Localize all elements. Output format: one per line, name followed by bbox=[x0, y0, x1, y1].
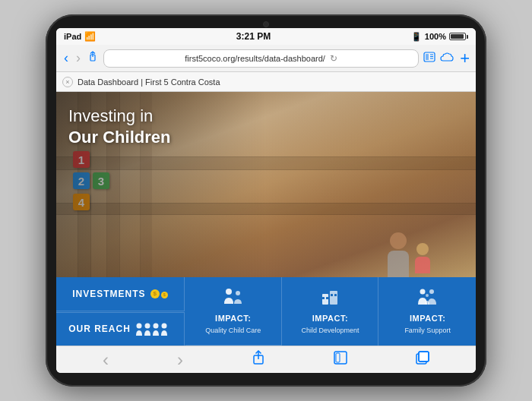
impact-quality-sub: Quality Child Care bbox=[205, 327, 261, 335]
status-left: iPad 📶 bbox=[64, 31, 96, 42]
impact-dev-sub: Child Development bbox=[301, 327, 359, 335]
status-right: 📱 100% bbox=[411, 32, 468, 42]
svg-point-18 bbox=[144, 324, 150, 329]
impact-quality-tile[interactable]: IMPACT: Quality Child Care bbox=[185, 277, 282, 346]
our-reach-tile[interactable]: OUR REACH bbox=[56, 312, 185, 346]
svg-rect-9 bbox=[330, 291, 337, 305]
add-tab-button[interactable]: + bbox=[460, 50, 470, 67]
svg-rect-13 bbox=[334, 294, 337, 296]
wifi-icon: 📶 bbox=[84, 31, 96, 42]
hero-title-line2: Our Children bbox=[68, 127, 170, 148]
svg-point-15 bbox=[429, 289, 434, 294]
svg-rect-26 bbox=[419, 352, 429, 362]
svg-rect-10 bbox=[322, 297, 325, 299]
tab-close-button[interactable]: × bbox=[62, 77, 73, 87]
cloud-icon[interactable] bbox=[440, 52, 455, 65]
svg-point-19 bbox=[153, 324, 158, 329]
svg-point-14 bbox=[420, 289, 425, 295]
svg-point-17 bbox=[136, 324, 141, 329]
svg-rect-2 bbox=[426, 54, 429, 60]
safari-share-button[interactable] bbox=[252, 350, 265, 369]
impact-family-label: IMPACT: bbox=[410, 314, 445, 324]
dollar-icons: $ $ bbox=[150, 289, 168, 298]
bottom-nav: INVESTMENTS $ $ bbox=[56, 277, 476, 346]
investments-tile[interactable]: INVESTMENTS $ $ bbox=[56, 277, 185, 311]
svg-point-6 bbox=[226, 289, 232, 295]
bluetooth-icon: 📱 bbox=[411, 32, 422, 42]
impact-family-icon bbox=[416, 288, 439, 311]
people-icons bbox=[135, 322, 172, 336]
impact-family-tile[interactable]: IMPACT: Family Support bbox=[379, 277, 476, 346]
svg-rect-24 bbox=[336, 353, 340, 362]
hero-image: 1 2 3 4 Investing in Our Children bbox=[56, 92, 476, 277]
svg-point-7 bbox=[236, 291, 240, 295]
safari-bookmarks-button[interactable] bbox=[334, 351, 347, 368]
forward-button[interactable]: › bbox=[74, 50, 82, 66]
coin-icon-2: $ bbox=[161, 292, 168, 298]
safari-tabs-button[interactable] bbox=[416, 351, 429, 368]
impact-quality-label: IMPACT: bbox=[215, 314, 251, 324]
status-bar: iPad 📶 3:21 PM 📱 100% bbox=[56, 28, 476, 45]
back-button[interactable]: ‹ bbox=[62, 50, 70, 66]
screen: iPad 📶 3:21 PM 📱 100% ‹ › bbox=[56, 28, 476, 373]
impact-dev-tile[interactable]: IMPACT: Child Development bbox=[283, 277, 379, 346]
reload-icon[interactable]: ↻ bbox=[330, 53, 337, 64]
coin-icon-1: $ bbox=[150, 289, 160, 298]
ipad-frame: iPad 📶 3:21 PM 📱 100% ‹ › bbox=[46, 14, 486, 387]
impact-dev-label: IMPACT: bbox=[312, 314, 348, 324]
svg-point-20 bbox=[161, 324, 166, 329]
browser-toolbar: ‹ › first5coco.org/results/data-dashboar… bbox=[56, 45, 476, 72]
share-button[interactable] bbox=[87, 51, 99, 65]
safari-forward-button[interactable]: › bbox=[177, 349, 183, 371]
battery-percent-label: 100% bbox=[425, 32, 446, 41]
ipad-label: iPad bbox=[64, 32, 81, 41]
impact-quality-icon bbox=[223, 287, 244, 309]
investments-label: INVESTMENTS bbox=[72, 289, 145, 299]
svg-point-16 bbox=[426, 294, 429, 297]
tab-title: Data Dashboard | First 5 Contra Costa bbox=[78, 77, 220, 87]
tab-bar: × Data Dashboard | First 5 Contra Costa bbox=[56, 72, 476, 92]
safari-bottom-toolbar: ‹ › bbox=[56, 346, 476, 373]
hero-title-line1: Investing in bbox=[68, 106, 153, 125]
battery-indicator bbox=[449, 33, 468, 40]
svg-rect-12 bbox=[331, 294, 333, 296]
status-time: 3:21 PM bbox=[236, 31, 271, 42]
svg-rect-11 bbox=[326, 297, 328, 299]
impact-dev-icon bbox=[319, 288, 340, 311]
url-text: first5coco.org/results/data-dashboard/ bbox=[185, 54, 325, 63]
impact-family-sub: Family Support bbox=[404, 327, 451, 335]
front-camera bbox=[263, 21, 269, 27]
our-reach-label: OUR REACH bbox=[68, 324, 131, 334]
hero-title: Investing in Our Children bbox=[68, 106, 170, 147]
reader-icon[interactable] bbox=[423, 52, 435, 65]
safari-back-button[interactable]: ‹ bbox=[103, 349, 109, 371]
url-bar[interactable]: first5coco.org/results/data-dashboard/ ↻ bbox=[103, 49, 419, 68]
